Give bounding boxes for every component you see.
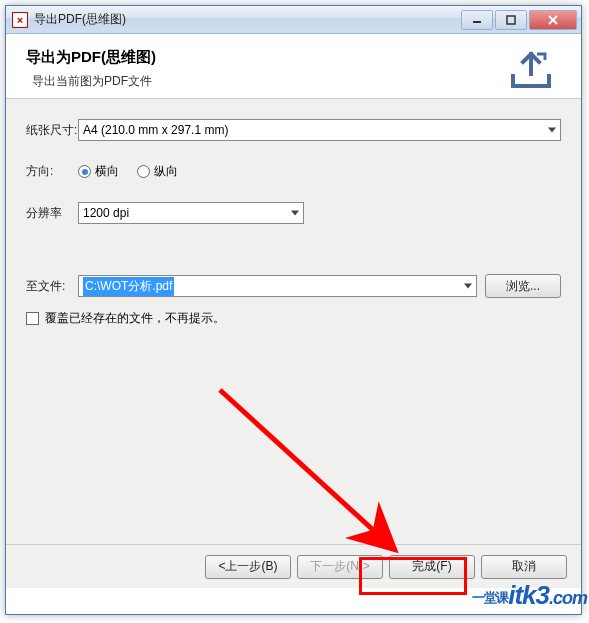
window-title: 导出PDF(思维图)	[34, 11, 460, 28]
chevron-down-icon	[291, 211, 299, 216]
watermark-suffix: .com	[549, 588, 587, 608]
dpi-value: 1200 dpi	[83, 206, 129, 220]
overwrite-row[interactable]: 覆盖已经存在的文件，不再提示。	[26, 310, 561, 327]
orientation-radio-group: 横向 纵向	[78, 163, 178, 180]
app-icon: ×	[12, 12, 28, 28]
paper-size-value: A4 (210.0 mm x 297.1 mm)	[83, 123, 228, 137]
orientation-landscape[interactable]: 横向	[78, 163, 119, 180]
header-text: 导出为PDF(思维图) 导出当前图为PDF文件	[26, 48, 509, 90]
minimize-icon	[472, 15, 482, 25]
watermark-prefix: 一堂课	[472, 590, 508, 605]
chevron-down-icon	[464, 284, 472, 289]
close-button[interactable]	[529, 10, 577, 30]
close-icon	[548, 15, 558, 25]
window-controls	[460, 10, 581, 30]
maximize-button[interactable]	[495, 10, 527, 30]
radio-icon	[137, 165, 150, 178]
radio-icon	[78, 165, 91, 178]
orientation-portrait[interactable]: 纵向	[137, 163, 178, 180]
minimize-button[interactable]	[461, 10, 493, 30]
watermark-main: itk3	[508, 580, 549, 610]
next-button: 下一步(N)>	[297, 555, 383, 579]
file-label: 至文件:	[26, 278, 78, 295]
chevron-down-icon	[548, 128, 556, 133]
paper-size-select[interactable]: A4 (210.0 mm x 297.1 mm)	[78, 119, 561, 141]
back-button[interactable]: <上一步(B)	[205, 555, 291, 579]
page-description: 导出当前图为PDF文件	[32, 73, 509, 90]
orientation-label: 方向:	[26, 163, 78, 180]
orientation-portrait-label: 纵向	[154, 163, 178, 180]
overwrite-label: 覆盖已经存在的文件，不再提示。	[45, 310, 225, 327]
svg-rect-1	[507, 16, 515, 24]
browse-button[interactable]: 浏览...	[485, 274, 561, 298]
dpi-label: 分辨率	[26, 205, 78, 222]
watermark: 一堂课itk3.com	[472, 580, 587, 611]
export-icon	[509, 50, 553, 90]
cancel-button[interactable]: 取消	[481, 555, 567, 579]
file-row: 至文件: C:\WOT分析.pdf 浏览...	[26, 274, 561, 298]
finish-button[interactable]: 完成(F)	[389, 555, 475, 579]
overwrite-checkbox[interactable]	[26, 312, 39, 325]
paper-size-label: 纸张尺寸:	[26, 122, 78, 139]
orientation-landscape-label: 横向	[95, 163, 119, 180]
paper-size-row: 纸张尺寸: A4 (210.0 mm x 297.1 mm)	[26, 119, 561, 141]
titlebar: × 导出PDF(思维图)	[6, 6, 581, 34]
file-path-value: C:\WOT分析.pdf	[83, 277, 174, 296]
maximize-icon	[506, 15, 516, 25]
file-path-input[interactable]: C:\WOT分析.pdf	[78, 275, 477, 297]
dpi-row: 分辨率 1200 dpi	[26, 202, 561, 224]
dialog-window: × 导出PDF(思维图) 导出为PDF(思维图) 导出当前图为PDF文件 纸张	[5, 5, 582, 615]
dialog-header: 导出为PDF(思维图) 导出当前图为PDF文件	[6, 34, 581, 99]
orientation-row: 方向: 横向 纵向	[26, 163, 561, 180]
dialog-content: 纸张尺寸: A4 (210.0 mm x 297.1 mm) 方向: 横向 纵向…	[6, 99, 581, 544]
page-title: 导出为PDF(思维图)	[26, 48, 509, 67]
dpi-select[interactable]: 1200 dpi	[78, 202, 304, 224]
